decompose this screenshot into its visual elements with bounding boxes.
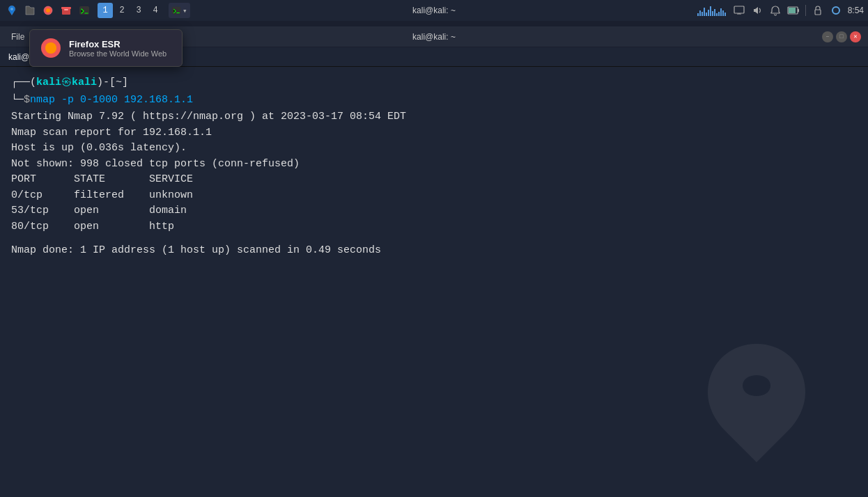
taskbar-terminal-label: ▾ <box>183 6 187 15</box>
prompt-dir: ~ <box>116 75 122 91</box>
prompt-line: ┌──(kali㉿kali)-[~] <box>11 75 857 91</box>
clock: 8:54 <box>848 6 864 15</box>
minimize-button[interactable]: – <box>822 31 833 42</box>
output-line-7: 80/tcp open http <box>11 219 857 235</box>
volume-icon[interactable] <box>751 4 764 17</box>
kali-swirl-icon[interactable] <box>830 4 842 17</box>
window-controls: – □ ✕ <box>822 31 861 42</box>
workspace-3[interactable]: 3 <box>131 3 146 18</box>
firefox-tooltip: Firefox ESR Browse the World Wide Web <box>29 29 183 67</box>
svg-rect-7 <box>734 6 744 13</box>
output-line-3: Not shown: 998 closed tcp ports (conn-re… <box>11 157 857 173</box>
terminal-window: File kali@kali: ~ – □ ✕ kali@kali: ~ ✕ k… <box>0 26 868 497</box>
file-menu[interactable]: File <box>7 31 29 43</box>
svg-rect-9 <box>789 8 796 13</box>
browser-icon[interactable] <box>40 3 56 18</box>
svg-point-1 <box>46 8 50 13</box>
title-bar-title: kali@kali: ~ <box>412 32 456 42</box>
taskbar: 1 2 3 4 ▾ kali@kali: ~ <box>0 0 868 21</box>
output-line-5: 0/tcp filtered unknown <box>11 188 857 204</box>
prompt-command: nmap -p 0-1000 192.168.1.1 <box>30 93 193 109</box>
taskbar-left: 1 2 3 4 ▾ <box>4 3 190 18</box>
workspace-4[interactable]: 4 <box>148 3 163 18</box>
output-line-9: Nmap done: 1 IP address (1 host up) scan… <box>11 243 857 259</box>
output-line-4: PORT STATE SERVICE <box>11 172 857 188</box>
output-spacer <box>11 235 857 243</box>
files-icon[interactable] <box>22 3 38 18</box>
taskbar-right: 8:54 <box>697 4 864 17</box>
tray-separator <box>805 5 806 16</box>
prompt-bracket-open: ┌──( <box>11 75 36 91</box>
output-line-6: 53/tcp open domain <box>11 203 857 219</box>
archive-icon[interactable] <box>59 3 74 18</box>
prompt-at-symbol: ㉿ <box>61 75 72 91</box>
prompt-bracket-mid: )-[ <box>97 75 116 91</box>
firefox-icon <box>40 37 62 59</box>
prompt-continuation: └─ <box>11 93 24 109</box>
output-line-1: Nmap scan report for 192.168.1.1 <box>11 125 857 141</box>
taskbar-terminal-entry[interactable]: ▾ <box>169 3 190 18</box>
terminal-content[interactable]: ┌──(kali㉿kali)-[~] └─$ nmap -p 0-1000 19… <box>0 67 868 497</box>
workspace-switcher: 1 2 3 4 <box>98 3 163 18</box>
tooltip-text-container: Firefox ESR Browse the World Wide Web <box>69 39 166 58</box>
svg-rect-10 <box>798 9 799 13</box>
output-line-2: Host is up (0.036s latency). <box>11 141 857 157</box>
prompt-host: kali <box>72 75 97 91</box>
workspace-1[interactable]: 1 <box>98 3 113 18</box>
tooltip-app-name: Firefox ESR <box>69 39 166 49</box>
network-activity-chart <box>697 5 726 16</box>
taskbar-center-text: kali@kali: ~ <box>412 6 456 15</box>
notification-icon[interactable] <box>769 4 782 17</box>
lock-icon[interactable] <box>812 4 824 17</box>
svg-rect-3 <box>61 7 71 9</box>
prompt-user: kali <box>36 75 61 91</box>
prompt-bracket-close: ] <box>122 75 128 91</box>
screen-icon[interactable] <box>733 4 745 17</box>
battery-icon[interactable] <box>787 4 800 17</box>
workspace-2[interactable]: 2 <box>114 3 130 18</box>
output-line-0: Starting Nmap 7.92 ( https://nmap.org ) … <box>11 109 857 125</box>
svg-rect-11 <box>815 10 821 15</box>
command-line: └─$ nmap -p 0-1000 192.168.1.1 <box>11 93 857 109</box>
close-button[interactable]: ✕ <box>850 31 861 42</box>
terminal-icon[interactable] <box>77 3 92 18</box>
title-bar-menus: File <box>7 31 29 43</box>
tooltip-app-description: Browse the World Wide Web <box>69 49 166 58</box>
kali-menu-icon[interactable] <box>4 3 20 18</box>
svg-rect-4 <box>64 9 68 10</box>
maximize-button[interactable]: □ <box>836 31 847 42</box>
prompt-dollar: $ <box>24 93 30 109</box>
